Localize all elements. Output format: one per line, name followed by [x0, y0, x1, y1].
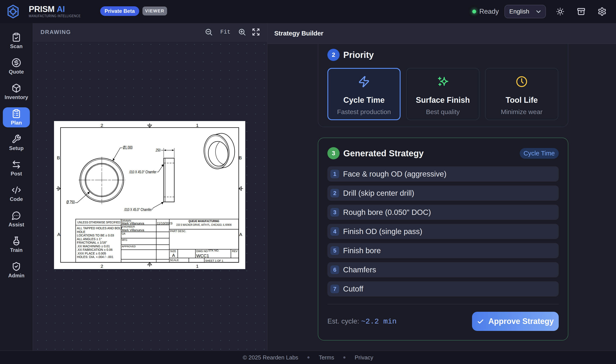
svg-text:REV: REV: [232, 250, 238, 253]
svg-text:B: B: [239, 155, 242, 160]
svg-text:.010 X 45.0° Chamfer: .010 X 45.0° Chamfer: [129, 170, 156, 174]
svg-text:APPROVED: APPROVED: [122, 245, 136, 248]
svg-text:2: 2: [101, 123, 103, 128]
svg-text:Ø1.000: Ø1.000: [123, 145, 133, 150]
svg-text:HOLE: HOLE: [77, 230, 85, 234]
svg-text:SIZE: SIZE: [170, 250, 176, 253]
svg-text:B: B: [57, 155, 60, 160]
svg-text:ALL TAPPED HOLES AND BOLT: ALL TAPPED HOLES AND BOLT: [77, 226, 123, 230]
svg-text:PART DESC.: PART DESC.: [170, 230, 186, 233]
svg-text:QA: QA: [122, 232, 125, 235]
svg-text:.XX FABRICATION ± 0.06: .XX FABRICATION ± 0.06: [77, 248, 113, 251]
svg-text:.XXX PLACE ± 0.005: .XXX PLACE ± 0.005: [77, 252, 106, 255]
svg-text:1: 1: [196, 264, 199, 269]
svg-text:STK NO.: STK NO.: [208, 249, 219, 252]
svg-text:A: A: [239, 232, 242, 237]
svg-text:MFG: MFG: [122, 239, 127, 241]
svg-text:UNLESS OTHERWISE SPECIFIED: UNLESS OTHERWISE SPECIFIED: [77, 221, 120, 224]
svg-text:Mark Villanueva: Mark Villanueva: [122, 222, 144, 225]
svg-text:2: 2: [101, 264, 103, 269]
svg-text:.250: .250: [155, 148, 161, 152]
svg-text:11/10/2023: 11/10/2023: [157, 222, 173, 225]
svg-text:DWG NO: DWG NO: [196, 250, 208, 253]
svg-text:.XX MACHINING ± 0.01: .XX MACHINING ± 0.01: [77, 245, 110, 248]
svg-text:Mark Villanueva: Mark Villanueva: [122, 228, 144, 232]
svg-text:WCC1: WCC1: [196, 253, 209, 258]
svg-text:ALL ANGLES ± 1°: ALL ANGLES ± 1°: [77, 237, 102, 241]
svg-text:.010 X 45.0° Chamfer: .010 X 45.0° Chamfer: [124, 208, 152, 212]
svg-text:Ø.750: Ø.750: [67, 199, 75, 205]
svg-text:A: A: [57, 232, 60, 237]
svg-text:233 S WACKER DRIVE, 44TH FL. C: 233 S WACKER DRIVE, 44TH FL. CHICAGO, IL…: [176, 223, 231, 226]
svg-text:HOLES: DIA. +.004 / -.001: HOLES: DIA. +.004 / -.001: [77, 255, 113, 259]
svg-text:SCALE: SCALE: [170, 259, 179, 262]
svg-text:QUEUE MANUFACTURING: QUEUE MANUFACTURING: [189, 220, 219, 223]
svg-text:LOCATIONS TO BE ± 0.03: LOCATIONS TO BE ± 0.03: [77, 234, 114, 237]
svg-text:FRACTIONAL ± 1/16": FRACTIONAL ± 1/16": [77, 241, 107, 244]
svg-text:SHEET 1 OF 1: SHEET 1 OF 1: [205, 259, 223, 262]
svg-text:1: 1: [196, 123, 199, 128]
svg-text:ENGINEER: ENGINEER: [122, 225, 135, 228]
svg-text:A: A: [172, 253, 175, 258]
